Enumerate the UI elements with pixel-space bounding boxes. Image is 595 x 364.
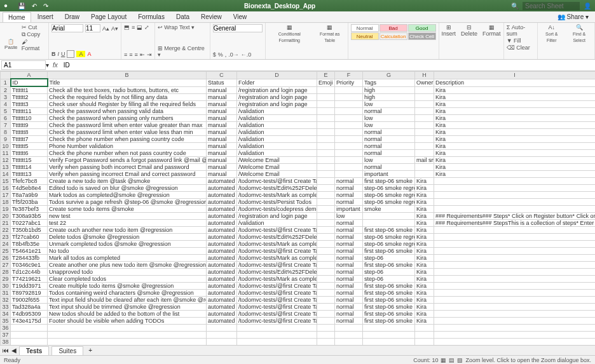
cell[interactable]: Check user should Register by filling al… [48, 101, 207, 108]
row-header[interactable]: 30 [1, 283, 11, 290]
row-header[interactable]: 15 [1, 178, 11, 185]
tab-draw[interactable]: Draw [60, 12, 85, 22]
row-header[interactable]: 37 [1, 332, 11, 339]
row-header[interactable]: 38 [1, 339, 11, 346]
decrease-font-icon[interactable]: A▾ [111, 25, 118, 32]
cell[interactable]: automated [207, 220, 237, 227]
tab-home[interactable]: Home [3, 12, 31, 22]
row-header[interactable]: 35 [1, 318, 11, 325]
row-header[interactable]: 24 [1, 241, 11, 248]
cell[interactable]: manual [207, 171, 237, 178]
cell[interactable] [237, 332, 317, 339]
spreadsheet-grid[interactable]: ABCDEFGHI1IDTitleStatusFolderEmojiPriori… [0, 71, 595, 345]
cell[interactable]: ### Requirements### StepsThis is a colle… [434, 220, 596, 227]
cell[interactable]: Priority [335, 79, 363, 86]
cell[interactable]: Kira [415, 297, 434, 304]
cell[interactable]: Kira [415, 248, 434, 255]
row-header[interactable]: 2 [1, 86, 11, 94]
cell[interactable]: normal [335, 248, 363, 255]
cell[interactable]: Kira [415, 276, 434, 283]
cell[interactable]: /todomvc-tests/@first Create Tasks @step [237, 290, 317, 297]
font-size-select[interactable] [85, 24, 100, 32]
style-calc[interactable]: Calculation [380, 32, 407, 40]
cell[interactable] [317, 220, 335, 227]
cell[interactable] [317, 143, 335, 150]
col-header-C[interactable]: C [207, 72, 237, 79]
cell[interactable] [317, 150, 335, 157]
cell[interactable]: Description [434, 79, 596, 86]
comma-icon[interactable]: , [225, 51, 227, 58]
cell[interactable]: Mark todos as completed@smoke @regressio… [48, 192, 207, 199]
cell[interactable]: automated [207, 192, 237, 199]
cell[interactable] [434, 311, 596, 318]
cell[interactable]: Mark all todos as completed [48, 255, 207, 262]
add-sheet-button[interactable]: + [86, 347, 95, 354]
cell[interactable]: Todos survive a page refresh @step-06 @s… [48, 199, 207, 206]
cell[interactable] [48, 325, 207, 332]
cell[interactable]: Kira [415, 262, 434, 269]
cell[interactable]: /registration and login page [237, 86, 317, 94]
cell[interactable]: Kira [415, 199, 434, 206]
align-right-icon[interactable]: ≡ [134, 51, 137, 58]
cell[interactable] [415, 143, 434, 150]
fill-button[interactable]: ▼ Fill [507, 37, 535, 44]
cell[interactable]: Ttttttt11 [11, 108, 48, 115]
decrease-decimal-icon[interactable]: ←.0 [241, 51, 252, 58]
cell[interactable]: Status [207, 79, 237, 86]
sheet-nav-first-icon[interactable]: ⏮ [3, 347, 9, 354]
paste-button[interactable]: 📋Paste [3, 26, 20, 50]
cell[interactable]: Verify when passing incorrect Email and … [48, 171, 207, 178]
cell[interactable] [434, 262, 596, 269]
cell[interactable]: Text input should be trimmed @smoke @reg… [48, 304, 207, 311]
cell[interactable] [317, 304, 335, 311]
row-header[interactable]: 23 [1, 234, 11, 241]
row-header[interactable]: 6 [1, 115, 11, 122]
redo-icon[interactable]: ↷ [43, 3, 48, 10]
cell[interactable]: manual [207, 136, 237, 143]
cell[interactable] [434, 325, 596, 332]
cell[interactable] [317, 339, 335, 346]
cell[interactable] [434, 241, 596, 248]
cell[interactable] [317, 101, 335, 108]
cell[interactable]: T19dd3971 [11, 283, 48, 290]
increase-font-icon[interactable]: A▴ [102, 25, 109, 32]
row-header[interactable]: 21 [1, 220, 11, 227]
cell[interactable]: /validation [237, 150, 317, 157]
cell[interactable] [317, 185, 335, 192]
cell[interactable]: manual [207, 164, 237, 171]
cell[interactable]: automated [207, 178, 237, 185]
cell[interactable]: Ttttttt13 [11, 171, 48, 178]
cell[interactable] [335, 143, 363, 150]
cell[interactable]: Check the phone number when not pass cou… [48, 150, 207, 157]
cell[interactable]: normal [335, 255, 363, 262]
cell[interactable] [434, 283, 596, 290]
cell[interactable]: Kira [415, 290, 434, 297]
cell[interactable]: Kira [415, 185, 434, 192]
cell[interactable]: step-06 smoke regressio [363, 234, 415, 241]
cell[interactable]: normal [335, 269, 363, 276]
row-header[interactable]: 17 [1, 192, 11, 199]
cell[interactable]: T74219621 [11, 276, 48, 283]
align-center-icon[interactable]: ≡ [129, 51, 132, 58]
cell[interactable]: /todomvc-tests/@first Create Tasks @step [237, 311, 317, 318]
row-header[interactable]: 33 [1, 304, 11, 311]
style-normal[interactable]: Normal [351, 24, 379, 32]
row-header[interactable]: 9 [1, 136, 11, 143]
cell[interactable]: /registration and login page [237, 213, 317, 220]
row-header[interactable]: 12 [1, 157, 11, 164]
cell[interactable]: important [363, 171, 415, 178]
cell[interactable]: /Welcome Email [237, 171, 317, 178]
app-menu-icon[interactable]: ● [4, 2, 11, 10]
cell[interactable]: normal [335, 311, 363, 318]
find-select-button[interactable]: 🔍Find & Select [566, 24, 592, 43]
cell[interactable]: Kira [434, 122, 596, 129]
cell[interactable]: /validation [237, 220, 317, 227]
cell[interactable] [415, 332, 434, 339]
cell[interactable]: first step-06 smoke story [363, 290, 415, 297]
cell[interactable]: /Welcome Email [237, 157, 317, 164]
cell[interactable]: normal [363, 136, 415, 143]
cell[interactable] [48, 332, 207, 339]
cell[interactable] [317, 227, 335, 234]
cell[interactable]: Check the phone number when passing coun… [48, 136, 207, 143]
cell[interactable]: T308a93b5 [11, 213, 48, 220]
